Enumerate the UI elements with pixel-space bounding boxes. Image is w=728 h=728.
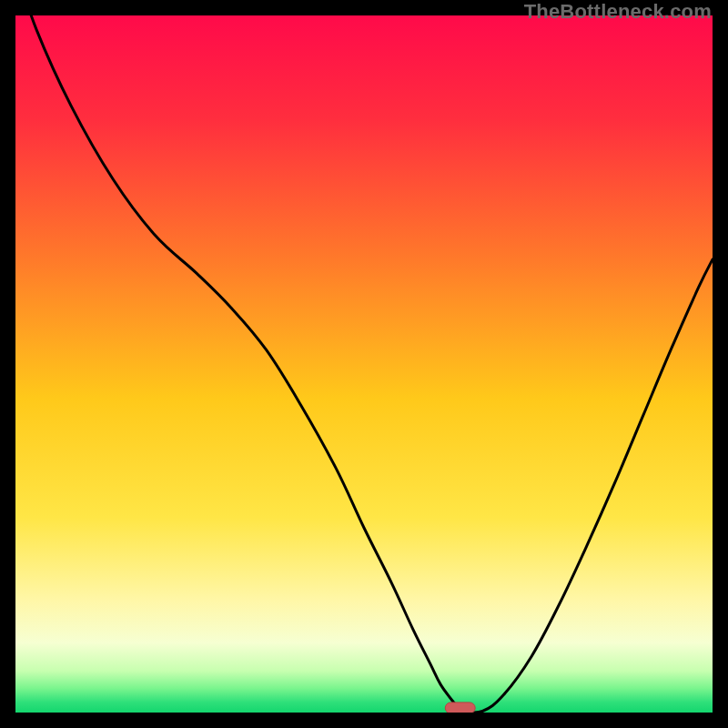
chart-frame: TheBottleneck.com — [0, 0, 728, 728]
optimum-marker — [445, 703, 475, 713]
gradient-background — [15, 15, 713, 713]
chart-svg — [15, 15, 713, 713]
watermark-label: TheBottleneck.com — [524, 0, 712, 24]
plot-area — [15, 15, 713, 713]
